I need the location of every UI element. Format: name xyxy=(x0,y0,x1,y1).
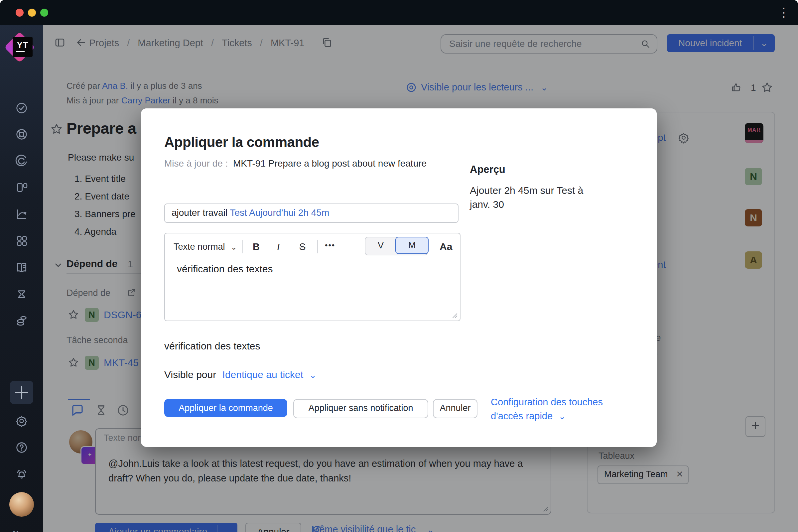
editor-mode-switch: V M xyxy=(365,237,428,255)
timesheets-icon[interactable] xyxy=(15,288,28,301)
config-chevron-icon: ⌄ xyxy=(558,412,566,421)
command-value: Test Aujourd’hui 2h 45m xyxy=(230,208,329,218)
text-style-dropdown[interactable]: Texte normal ⌄ xyxy=(174,238,237,255)
preview-description: Ajouter 2h 45m sur Test à janv. 30 xyxy=(470,184,603,211)
apply-silent-button[interactable]: Appliquer sans notification xyxy=(293,399,428,418)
more-formatting-button[interactable]: ••• xyxy=(325,238,335,255)
visibility-value-dropdown[interactable]: Identique au ticket xyxy=(223,369,304,380)
settings-gear-icon[interactable] xyxy=(15,415,28,427)
minimize-window-button[interactable] xyxy=(28,8,36,17)
dashboards-icon[interactable] xyxy=(15,234,28,247)
reports-icon[interactable] xyxy=(15,208,28,221)
youtrack-logo[interactable]: YT xyxy=(8,34,35,61)
sidebar: YT xyxy=(0,25,43,532)
editor-text[interactable]: vérification des textes xyxy=(177,263,273,274)
maximize-window-button[interactable] xyxy=(40,8,48,17)
apply-command-dialog: Appliquer la commande Mise à jour de : M… xyxy=(141,108,657,447)
helpdesk-icon[interactable] xyxy=(15,128,28,141)
update-target-line: Mise à jour de : MKT-91 Prepare a blog p… xyxy=(164,157,463,170)
dialog-title: Appliquer la commande xyxy=(164,134,319,150)
tasks-icon[interactable] xyxy=(15,102,28,114)
italic-button[interactable]: I xyxy=(277,238,280,255)
apply-command-button[interactable]: Appliquer la commande xyxy=(164,399,287,417)
boards-icon[interactable] xyxy=(15,181,28,193)
bold-button[interactable]: B xyxy=(253,238,260,255)
font-size-button[interactable]: Aa xyxy=(440,238,452,255)
agiles-icon[interactable] xyxy=(15,155,28,167)
cancel-button[interactable]: Annuler xyxy=(433,399,477,418)
markdown-mode-button[interactable]: M xyxy=(395,237,429,254)
update-target-issue: MKT-91 Prepare a blog post about new fea… xyxy=(233,158,426,169)
visibility-row: Visible pour Identique au ticket ⌄ xyxy=(164,369,316,380)
close-window-button[interactable] xyxy=(16,8,24,17)
command-input[interactable]: ajouter travail Test Aujourd’hui 2h 45m xyxy=(164,204,458,223)
preview-heading: Aperçu xyxy=(470,164,506,175)
visibility-chevron-icon: ⌄ xyxy=(309,370,316,380)
knowledge-base-icon[interactable] xyxy=(15,261,28,274)
comment-rich-editor[interactable]: Texte normal ⌄ B I S ••• V M Aa vérifica… xyxy=(164,233,460,321)
shortcut-config-link[interactable]: Configuration des touches d'accès rapide… xyxy=(491,395,630,423)
youtrack-window: ⋮ YT xyxy=(0,0,798,532)
gantt-icon[interactable] xyxy=(15,314,28,327)
window-titlebar: ⋮ xyxy=(0,0,798,25)
create-button[interactable] xyxy=(10,381,33,404)
kebab-menu-icon[interactable]: ⋮ xyxy=(777,6,790,19)
help-icon[interactable] xyxy=(15,441,28,454)
style-chevron-icon: ⌄ xyxy=(231,243,237,251)
expand-sidebar-chevrons-icon[interactable]: » xyxy=(13,525,21,532)
user-avatar[interactable] xyxy=(9,492,34,517)
strikethrough-button[interactable]: S xyxy=(299,238,306,255)
command-prefix: ajouter travail xyxy=(172,208,227,218)
resize-grip-icon[interactable] xyxy=(451,311,458,319)
visual-mode-button[interactable]: V xyxy=(365,238,396,253)
notifications-bell-icon[interactable] xyxy=(15,468,28,480)
comment-preview-text: vérification des textes xyxy=(164,341,260,352)
